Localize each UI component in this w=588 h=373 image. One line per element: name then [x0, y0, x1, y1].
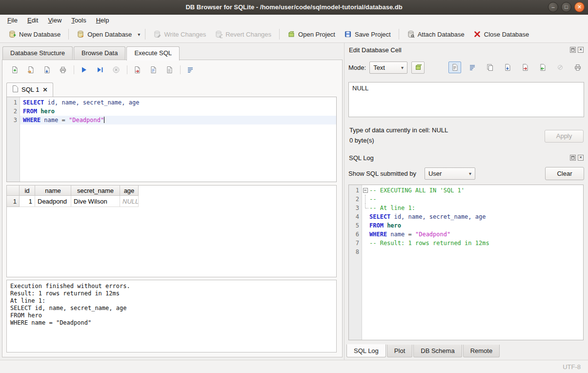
sql-editor[interactable]: 1 2 3 SELECT id, name, secret_name, age …	[6, 97, 337, 182]
encoding-indicator[interactable]: UTF-8	[563, 363, 581, 371]
close-window-button[interactable]: ✕	[574, 2, 585, 12]
menu-tools[interactable]: Tools	[66, 15, 91, 25]
open-database-label: Open Database	[87, 31, 132, 38]
print-icon	[574, 63, 582, 71]
message-line: FROM hero	[10, 312, 333, 319]
export-results-button[interactable]	[132, 64, 142, 75]
titlebar[interactable]: DB Browser for SQLite - /home/user/code/…	[0, 0, 588, 15]
column-header-id[interactable]: id	[20, 186, 35, 196]
tab-plot[interactable]: Plot	[387, 345, 412, 357]
maximize-icon: □	[565, 4, 568, 10]
toolbar-separator	[145, 29, 145, 40]
write-changes-icon	[153, 30, 161, 38]
chevron-down-icon: ▾	[138, 32, 140, 37]
tab-db-schema[interactable]: DB Schema	[413, 345, 462, 357]
log-line-6: WHERE name = "Deadpond"	[362, 230, 583, 239]
print-cell-button[interactable]	[571, 62, 584, 73]
open-database-button[interactable]: Open Database	[72, 28, 136, 41]
import-cell-icon	[539, 63, 547, 71]
execute-current-line-button[interactable]	[95, 64, 105, 75]
text-view-button[interactable]	[448, 62, 461, 73]
toolbar-separator	[180, 65, 181, 74]
tab-remote[interactable]: Remote	[463, 345, 500, 357]
close-database-button[interactable]: Close Database	[469, 28, 534, 41]
cell-age[interactable]: NULL	[120, 196, 139, 207]
write-changes-button[interactable]: Write Changes	[149, 28, 210, 41]
collapse-icon[interactable]	[362, 186, 369, 195]
menu-help[interactable]: Help	[91, 15, 114, 25]
revert-changes-button[interactable]: Revert Changes	[210, 28, 276, 41]
minimize-button[interactable]: –	[548, 2, 558, 12]
new-tab-button[interactable]	[9, 64, 20, 75]
auto-format-button[interactable]	[411, 62, 425, 74]
results-grid[interactable]: id name secret_name age 1 1 Deadpond Div…	[6, 185, 337, 277]
log-line-1: -- EXECUTING ALL IN 'SQL 1'	[362, 186, 583, 195]
undock-icon[interactable]	[570, 155, 576, 161]
sql-subtab-bar: SQL 1 ✕	[6, 83, 53, 97]
cell-id[interactable]: 1	[20, 196, 35, 207]
mode-value: Text	[373, 64, 385, 71]
table-row: 1 1 Deadpond Dive Wilson NULL	[7, 196, 336, 207]
right-panel: Edit Database Cell ✕ Mode: Text ▾	[344, 43, 588, 360]
export-cell-button[interactable]	[519, 62, 531, 73]
menu-view[interactable]: View	[43, 15, 66, 25]
print-button[interactable]	[58, 64, 68, 75]
open-database-dropdown[interactable]: ▾	[136, 29, 142, 40]
open-database-icon	[77, 30, 84, 38]
apply-button[interactable]: Apply	[545, 130, 584, 143]
clear-button[interactable]: Clear	[545, 167, 584, 180]
main-tabbar: Database Structure Browse Data Execute S…	[2, 46, 181, 60]
chevron-down-icon: ▾	[401, 65, 404, 70]
submitted-by-select[interactable]: User ▾	[425, 167, 475, 180]
import-cell-button[interactable]	[536, 62, 549, 73]
format-sql-button[interactable]	[164, 64, 175, 75]
word-wrap-button[interactable]	[185, 64, 196, 75]
dock-close-icon[interactable]: ✕	[578, 47, 584, 53]
column-header-secret-name[interactable]: secret_name	[71, 186, 120, 196]
statusbar: UTF-8	[0, 360, 588, 373]
corner-header	[7, 186, 20, 196]
tab-sql-log[interactable]: SQL Log	[346, 344, 386, 357]
open-sql-file-button[interactable]	[25, 64, 36, 75]
row-header[interactable]: 1	[7, 196, 20, 207]
menu-file[interactable]: File	[2, 15, 22, 25]
execute-all-button[interactable]	[79, 64, 89, 75]
cell-name[interactable]: Deadpond	[35, 196, 71, 207]
tab-browse-data[interactable]: Browse Data	[74, 46, 125, 60]
new-database-button[interactable]: New Database	[4, 28, 65, 41]
attach-database-label: Attach Database	[418, 31, 465, 38]
cube-icon	[414, 63, 422, 71]
save-results-button[interactable]	[148, 64, 159, 75]
filter-label: Show SQL submitted by	[348, 170, 416, 177]
cell-secret-name[interactable]: Dive Wilson	[71, 196, 120, 207]
tab-execute-sql[interactable]: Execute SQL	[126, 46, 180, 61]
dock-close-icon[interactable]: ✕	[578, 155, 584, 161]
sql-tab-1[interactable]: SQL 1 ✕	[6, 83, 53, 97]
sql-tab-close-icon[interactable]: ✕	[42, 86, 47, 93]
word-wrap-button[interactable]	[466, 62, 479, 73]
new-database-icon	[8, 30, 16, 38]
stop-button[interactable]	[111, 64, 122, 75]
maximize-button[interactable]: □	[561, 2, 571, 12]
undock-icon[interactable]	[570, 47, 576, 53]
set-null-button[interactable]	[554, 62, 567, 73]
attach-database-button[interactable]: Attach Database	[403, 28, 469, 41]
tab-database-structure[interactable]: Database Structure	[2, 46, 73, 60]
cell-editor-area[interactable]: NULL	[348, 82, 584, 117]
save-cell-button[interactable]	[501, 62, 514, 73]
log-code: -- EXECUTING ALL IN 'SQL 1' -- -- At lin…	[362, 185, 583, 340]
save-sql-file-button[interactable]	[41, 64, 52, 75]
export-cell-icon	[521, 63, 529, 71]
open-project-button[interactable]: Open Project	[283, 28, 340, 41]
sql-log-view[interactable]: 1 2 3 4 5 6 7 8 -- EXECUTING ALL IN 'SQL…	[348, 185, 584, 340]
column-header-age[interactable]: age	[120, 186, 139, 196]
log-line-8	[362, 248, 583, 256]
copy-cell-button[interactable]	[484, 62, 496, 73]
word-wrap-icon	[186, 66, 194, 74]
save-project-button[interactable]: Save Project	[340, 28, 395, 41]
mode-select[interactable]: Text ▾	[369, 62, 407, 74]
sql-tab-label: SQL 1	[21, 86, 39, 93]
mode-label: Mode:	[348, 64, 366, 71]
menu-edit[interactable]: Edit	[22, 15, 43, 25]
column-header-name[interactable]: name	[35, 186, 71, 196]
